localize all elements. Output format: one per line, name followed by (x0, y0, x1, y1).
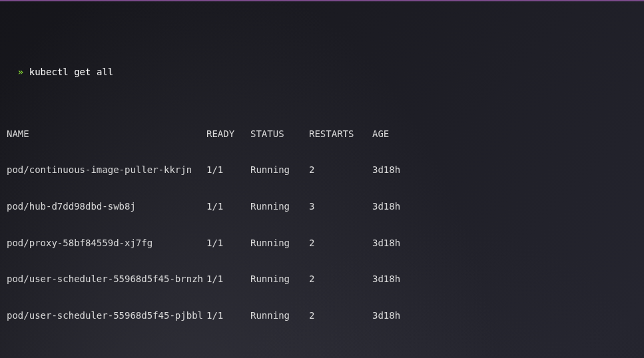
cell-restarts: 2 (309, 237, 372, 249)
cell-restarts: 3 (309, 200, 372, 212)
command-prompt[interactable]: » kubectl get all (7, 54, 637, 78)
prompt-symbol: » (18, 67, 23, 77)
table-row: pod/hub-d7dd98dbd-swb8j1/1Running33d18h (7, 200, 637, 212)
cell-age: 3d18h (372, 200, 412, 212)
cell-status: Running (250, 164, 309, 176)
cell-status: Running (250, 200, 309, 212)
col-name: NAME (7, 128, 206, 140)
cell-status: Running (250, 309, 309, 321)
cell-name: pod/proxy-58bf84559d-xj7fg (7, 237, 206, 249)
cell-status: Running (250, 237, 309, 249)
cell-restarts: 2 (309, 273, 372, 285)
col-restarts: RESTARTS (309, 128, 372, 140)
cell-status: Running (250, 273, 309, 285)
cell-name: pod/hub-d7dd98dbd-swb8j (7, 200, 206, 212)
table-row: pod/proxy-58bf84559d-xj7fg1/1Running23d1… (7, 237, 637, 249)
cell-ready: 1/1 (206, 237, 250, 249)
cell-age: 3d18h (372, 309, 412, 321)
pods-section: NAMEREADYSTATUSRESTARTSAGE pod/continuou… (7, 104, 637, 334)
table-row: pod/user-scheduler-55968d5f45-brnzh1/1Ru… (7, 273, 637, 285)
table-row: pod/continuous-image-puller-kkrjn1/1Runn… (7, 164, 637, 176)
cell-restarts: 2 (309, 309, 372, 321)
cell-name: pod/user-scheduler-55968d5f45-pjbbl (7, 309, 206, 321)
cell-age: 3d18h (372, 273, 412, 285)
table-header-row: NAMEREADYSTATUSRESTARTSAGE (7, 128, 637, 140)
cell-restarts: 2 (309, 164, 372, 176)
cell-name: pod/continuous-image-puller-kkrjn (7, 164, 206, 176)
cell-age: 3d18h (372, 164, 412, 176)
cell-age: 3d18h (372, 237, 412, 249)
cell-ready: 1/1 (206, 164, 250, 176)
col-ready: READY (206, 128, 250, 140)
cell-ready: 1/1 (206, 200, 250, 212)
cell-ready: 1/1 (206, 273, 250, 285)
table-row: pod/user-scheduler-55968d5f45-pjbbl1/1Ru… (7, 309, 637, 321)
col-age: AGE (372, 128, 412, 140)
cell-ready: 1/1 (206, 309, 250, 321)
command-text: kubectl get all (29, 67, 113, 77)
col-status: STATUS (250, 128, 309, 140)
cell-name: pod/user-scheduler-55968d5f45-brnzh (7, 273, 206, 285)
